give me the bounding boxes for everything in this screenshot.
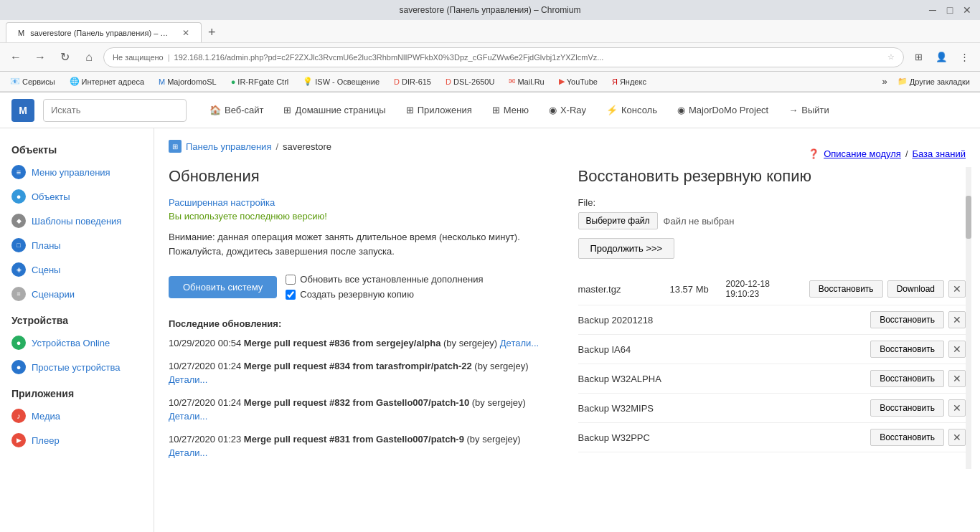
restore-button-4[interactable]: Восстановить xyxy=(870,399,944,417)
minimize-button[interactable]: ─ xyxy=(925,3,940,17)
update-system-button[interactable]: Обновить систему xyxy=(169,276,277,298)
logout-icon: → xyxy=(788,105,798,115)
nav-xray[interactable]: ◉ X-Ray xyxy=(540,100,595,120)
continue-button[interactable]: Продолжить >>> xyxy=(578,238,675,259)
maximize-button[interactable]: □ xyxy=(943,3,957,17)
restore-column: Восстановить резервную копию File: Выбер… xyxy=(578,167,966,469)
bookmark-irfgate[interactable]: ● IR-RFgate Ctrl xyxy=(227,76,293,87)
update-details-link-3[interactable]: Детали... xyxy=(169,447,207,458)
extensions-button[interactable]: ⊞ xyxy=(908,47,928,67)
update-details-link-1[interactable]: Детали... xyxy=(169,374,207,385)
delete-button-0[interactable]: ✕ xyxy=(948,280,966,298)
sidebar-item-objects[interactable]: ● Объекты xyxy=(0,184,154,209)
restore-button-3[interactable]: Восстановить xyxy=(870,370,944,387)
breadcrumb-home-icon: ⊞ xyxy=(172,143,178,151)
module-links-separator: / xyxy=(905,148,908,159)
console-icon: ⚡ xyxy=(606,105,618,115)
protocol-label: Не защищено xyxy=(113,53,164,62)
address-bar[interactable]: Не защищено | 192.168.1.216/admin.php?pd… xyxy=(103,47,904,67)
bookmark-yandex[interactable]: Я Яндекс xyxy=(608,76,651,87)
delete-button-5[interactable]: ✕ xyxy=(948,429,966,446)
create-backup-checkbox[interactable] xyxy=(286,290,296,300)
restore-button-5[interactable]: Восстановить xyxy=(870,429,944,446)
restore-button-2[interactable]: Восстановить xyxy=(870,341,944,358)
sidebar-item-media[interactable]: ♪ Медиа xyxy=(0,404,154,428)
backup-name-3: Backup W32ALPHA xyxy=(578,374,664,384)
back-button[interactable]: ← xyxy=(6,47,26,67)
nav-apps-label: Приложения xyxy=(418,105,472,115)
bookmark-star-icon[interactable]: ☆ xyxy=(887,52,895,62)
update-by-1: (by sergejey) xyxy=(474,361,528,371)
media-icon: ♪ xyxy=(11,409,26,423)
update-time-0: 10/29/2020 00:54 xyxy=(169,338,241,348)
home-button[interactable]: ⌂ xyxy=(79,47,99,67)
knowledge-base-link[interactable]: База знаний xyxy=(913,148,966,159)
module-description-link[interactable]: Описание модуля xyxy=(824,148,901,159)
sidebar-item-menu-management[interactable]: ≡ Меню управления xyxy=(0,160,154,184)
forward-button[interactable]: → xyxy=(30,47,50,67)
help-icon: ❓ xyxy=(808,148,819,159)
bookmark-internet[interactable]: 🌐 Интернет адреса xyxy=(65,75,149,87)
bookmark-mailru[interactable]: ✉ Mail.Ru xyxy=(504,75,548,87)
app-header: M 🏠 Веб-сайт ⊞ Домашние страницы ⊞ Прило… xyxy=(0,92,980,128)
scrollbar-thumb[interactable] xyxy=(966,196,971,239)
new-tab-button[interactable]: + xyxy=(202,22,222,42)
backup-row: Backup W32PPC Восстановить ✕ xyxy=(578,423,966,452)
update-entry-0: 10/29/2020 00:54 Merge pull request #836… xyxy=(169,336,557,351)
nav-home-pages[interactable]: ⊞ Домашние страницы xyxy=(275,100,394,120)
nav-website[interactable]: 🏠 Веб-сайт xyxy=(201,100,272,120)
profile-button[interactable]: 👤 xyxy=(931,47,951,67)
close-button[interactable]: ✕ xyxy=(960,3,974,17)
xray-icon: ◉ xyxy=(549,105,557,115)
search-input[interactable] xyxy=(43,99,187,122)
bookmark-dir615[interactable]: D DIR-615 xyxy=(390,76,435,87)
choose-file-button[interactable]: Выберите файл xyxy=(578,212,658,229)
restore-button-1[interactable]: Восстановить xyxy=(870,311,944,328)
update-entry-2: 10/27/2020 01:24 Merge pull request #832… xyxy=(169,396,557,424)
menu-button[interactable]: ⋮ xyxy=(954,47,974,67)
backup-row: Backup IA64 Восстановить ✕ xyxy=(578,335,966,364)
bookmark-majordomosl[interactable]: M MajordomoSL xyxy=(154,76,221,87)
nav-majordomoproject[interactable]: ◉ MajorDoMo Project xyxy=(669,100,777,120)
refresh-button[interactable]: ↻ xyxy=(55,47,75,67)
sidebar-section-devices-title: Устройства xyxy=(0,306,154,331)
sidebar-item-scripts[interactable]: ≡ Сценарии xyxy=(0,282,154,306)
bookmark-label: ISW - Освещение xyxy=(315,77,380,86)
nav-console[interactable]: ⚡ Консоль xyxy=(598,100,666,120)
updates-log: Последние обновления: 10/29/2020 00:54 M… xyxy=(169,318,557,460)
version-status: Вы используете последнюю версию! xyxy=(169,211,557,222)
update-addons-checkbox-row: Обновить все установленные дополнения xyxy=(286,274,483,285)
sidebar-item-simple-devices[interactable]: ● Простые устройства xyxy=(0,355,154,379)
bookmark-isw[interactable]: 💡 ISW - Освещение xyxy=(298,75,384,87)
nav-menu[interactable]: ⊞ Меню xyxy=(484,100,537,120)
update-details-link-0[interactable]: Детали... xyxy=(500,338,539,348)
delete-button-1[interactable]: ✕ xyxy=(948,311,966,328)
restore-button-0[interactable]: Восстановить xyxy=(809,280,883,298)
advanced-settings-link[interactable]: Расширенная настройка xyxy=(169,197,275,208)
active-tab[interactable]: M saverestore (Панель управления) – Chro… xyxy=(6,22,202,42)
tab-close-icon[interactable]: ✕ xyxy=(182,28,189,38)
delete-button-3[interactable]: ✕ xyxy=(948,370,966,387)
delete-button-4[interactable]: ✕ xyxy=(948,399,966,417)
update-by-0: (by sergejey) xyxy=(443,338,497,348)
sidebar-item-player[interactable]: ▶ Плеер xyxy=(0,428,154,452)
backup-name-1: Backup 20201218 xyxy=(578,315,664,326)
download-button-0[interactable]: Download xyxy=(887,280,944,298)
bookmark-others[interactable]: 📁 Другие закладки xyxy=(893,75,974,87)
breadcrumb-parent-link[interactable]: Панель управления xyxy=(186,141,271,152)
sidebar-item-plans[interactable]: □ Планы xyxy=(0,233,154,257)
nav-logout[interactable]: → Выйти xyxy=(780,100,838,120)
app-logo: M xyxy=(11,99,34,122)
sidebar-item-scenes[interactable]: ◈ Сцены xyxy=(0,257,154,282)
sidebar-item-behavior-templates[interactable]: ◆ Шаблоны поведения xyxy=(0,209,154,233)
bookmark-servisy[interactable]: 📧 Сервисы xyxy=(6,75,60,87)
bookmark-youtube[interactable]: ▶ YouTube xyxy=(555,75,602,87)
scrollbar-track[interactable] xyxy=(966,167,971,469)
update-addons-checkbox[interactable] xyxy=(286,275,296,285)
nav-apps[interactable]: ⊞ Приложения xyxy=(397,100,481,120)
sidebar-item-devices-online[interactable]: ● Устройства Online xyxy=(0,331,154,355)
bookmark-dsl2650[interactable]: D DSL-2650U xyxy=(441,76,499,87)
website-icon: 🏠 xyxy=(209,105,221,115)
delete-button-2[interactable]: ✕ xyxy=(948,341,966,358)
update-details-link-2[interactable]: Детали... xyxy=(169,411,207,422)
